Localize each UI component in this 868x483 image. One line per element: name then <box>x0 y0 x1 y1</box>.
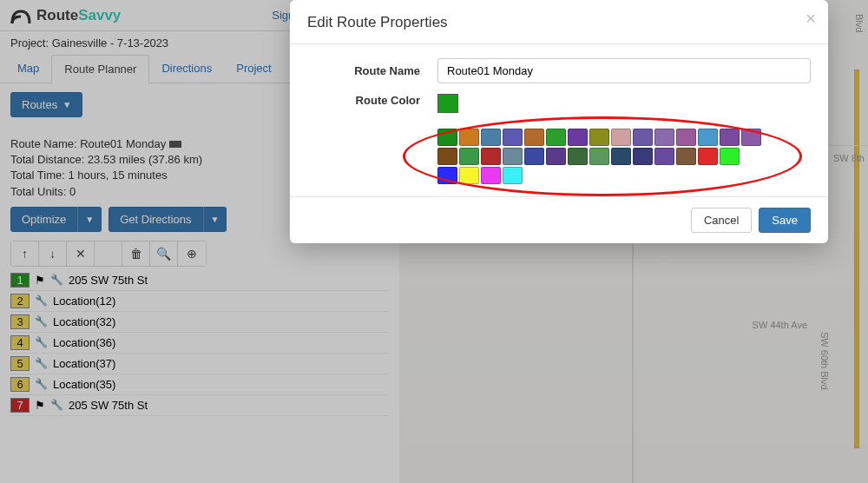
color-swatch[interactable] <box>459 167 479 184</box>
stop-number: 1 <box>10 273 30 288</box>
color-swatch[interactable] <box>741 129 761 146</box>
color-swatch[interactable] <box>654 129 674 146</box>
tab-project[interactable]: Project <box>224 55 283 83</box>
stop-row[interactable]: 2🔧Location(12) <box>10 291 389 312</box>
stop-row[interactable]: 6🔧Location(35) <box>10 374 389 395</box>
color-palette <box>437 129 811 184</box>
map-route-line <box>854 69 859 448</box>
stop-row[interactable]: 4🔧Location(36) <box>10 333 389 354</box>
zoom-button[interactable]: 🔍 <box>150 242 178 266</box>
delete-button[interactable]: 🗑 <box>122 242 150 266</box>
color-swatch[interactable] <box>437 129 457 146</box>
tab-directions[interactable]: Directions <box>149 55 224 83</box>
color-swatch[interactable] <box>654 148 674 165</box>
route-name-input[interactable] <box>437 58 811 83</box>
stop-list: 1⚑🔧205 SW 75th St2🔧Location(12)3🔧Locatio… <box>0 267 399 420</box>
stop-row[interactable]: 5🔧Location(37) <box>10 354 389 374</box>
color-swatch[interactable] <box>481 148 501 165</box>
cancel-button[interactable]: Cancel <box>691 208 752 233</box>
route-color-label: Route Color <box>307 94 420 107</box>
map-label: Blvd <box>854 14 865 32</box>
stop-number: 5 <box>10 356 30 371</box>
current-color-swatch[interactable] <box>437 94 458 113</box>
color-swatch[interactable] <box>611 129 631 146</box>
color-swatch[interactable] <box>611 148 631 165</box>
color-swatch[interactable] <box>503 129 523 146</box>
route-name-label: Route Name <box>307 64 420 77</box>
target-button[interactable]: ⊕ <box>178 242 206 266</box>
wrench-icon: 🔧 <box>50 399 63 411</box>
color-swatch[interactable] <box>481 167 501 184</box>
optimize-button-group[interactable]: Optimize ▼ <box>10 207 102 232</box>
stop-name: 205 SW 75th St <box>69 399 148 412</box>
stop-number: 3 <box>10 314 30 329</box>
color-swatch[interactable] <box>459 148 479 165</box>
flag-icon: ⚑ <box>35 399 45 412</box>
wrench-icon: 🔧 <box>35 315 48 328</box>
color-swatch[interactable] <box>546 129 566 146</box>
spacer <box>95 242 122 266</box>
stop-row[interactable]: 1⚑🔧205 SW 75th St <box>10 270 389 291</box>
stop-name: Location(12) <box>53 294 115 308</box>
save-button[interactable]: Save <box>759 208 811 233</box>
color-swatch[interactable] <box>720 129 740 146</box>
color-swatch[interactable] <box>589 148 609 165</box>
stop-number: 6 <box>10 377 30 392</box>
color-swatch[interactable] <box>503 148 523 165</box>
color-swatch[interactable] <box>589 129 609 146</box>
stop-name: Location(32) <box>53 315 115 328</box>
wrench-icon: 🔧 <box>35 294 48 307</box>
modal-title: Edit Route Properties <box>307 14 811 31</box>
color-swatch[interactable] <box>676 148 696 165</box>
flag-icon: ⚑ <box>35 274 45 287</box>
optimize-button[interactable]: Optimize <box>10 207 77 232</box>
color-swatch[interactable] <box>437 167 457 184</box>
color-swatch[interactable] <box>698 148 718 165</box>
color-swatch[interactable] <box>524 129 544 146</box>
wrench-icon: 🔧 <box>35 378 48 390</box>
color-swatch[interactable] <box>503 167 523 184</box>
optimize-dropdown[interactable]: ▼ <box>77 207 102 232</box>
caret-down-icon: ▼ <box>211 215 220 224</box>
wrench-icon: 🔧 <box>50 274 63 286</box>
color-swatch[interactable] <box>437 148 457 165</box>
color-chip-icon <box>169 141 181 148</box>
map-label: SW 44th Ave <box>753 320 807 330</box>
get-directions-dropdown[interactable]: ▼ <box>203 207 227 232</box>
color-swatch[interactable] <box>568 129 588 146</box>
caret-down-icon: ▼ <box>85 215 94 224</box>
color-swatch[interactable] <box>481 129 501 146</box>
edit-route-modal: × Edit Route Properties Route Name Route… <box>290 0 828 243</box>
color-swatch[interactable] <box>633 148 653 165</box>
close-icon[interactable]: × <box>806 9 816 29</box>
stop-toolbar: ↑ ↓ ✕ 🗑 🔍 ⊕ <box>10 241 207 267</box>
directions-button-group[interactable]: Get Directions ▼ <box>108 207 227 232</box>
move-up-button[interactable]: ↑ <box>11 242 39 266</box>
logo-icon <box>9 6 33 25</box>
color-swatch[interactable] <box>524 148 544 165</box>
stop-name: Location(36) <box>53 336 115 349</box>
map-label: SW 60th Blvd <box>819 332 830 390</box>
stop-name: Location(35) <box>53 378 115 391</box>
color-swatch[interactable] <box>568 148 588 165</box>
wrench-icon: 🔧 <box>35 357 48 369</box>
stop-row[interactable]: 3🔧Location(32) <box>10 312 389 333</box>
color-swatch[interactable] <box>676 129 696 146</box>
tab-map[interactable]: Map <box>5 55 51 83</box>
stop-row[interactable]: 7⚑🔧205 SW 75th St <box>10 395 389 416</box>
routes-dropdown[interactable]: Routes▼ <box>10 92 82 117</box>
color-swatch[interactable] <box>633 129 653 146</box>
color-swatch[interactable] <box>546 148 566 165</box>
color-swatch[interactable] <box>698 129 718 146</box>
remove-button[interactable]: ✕ <box>67 242 95 266</box>
get-directions-button[interactable]: Get Directions <box>108 207 202 232</box>
stop-number: 4 <box>10 335 30 350</box>
move-down-button[interactable]: ↓ <box>39 242 67 266</box>
stop-number: 7 <box>10 398 30 413</box>
caret-down-icon: ▼ <box>62 100 71 109</box>
app-logo: RouteSavvy <box>9 6 121 25</box>
color-swatch[interactable] <box>459 129 479 146</box>
color-swatch[interactable] <box>720 148 740 165</box>
tab-route-planner[interactable]: Route Planner <box>51 55 149 83</box>
stop-name: 205 SW 75th St <box>69 274 148 287</box>
